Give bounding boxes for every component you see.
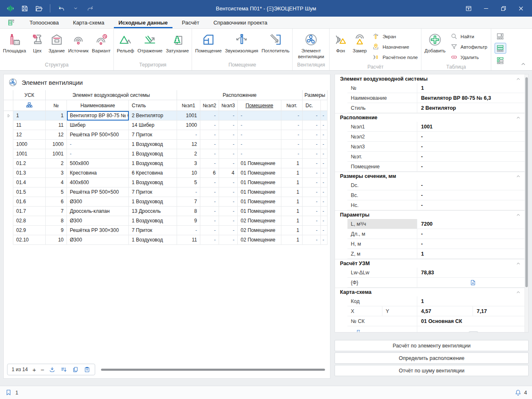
- property-row[interactable]: {Ф}: [335, 278, 528, 288]
- tab-raschet[interactable]: Расчёт: [175, 17, 207, 28]
- view-table-icon[interactable]: [495, 43, 506, 54]
- table-cell[interactable]: -: [200, 121, 219, 130]
- table-cell[interactable]: 1: [46, 111, 67, 121]
- table-cell[interactable]: 02 Помещение: [238, 216, 281, 226]
- table-cell[interactable]: 1000: [46, 140, 67, 149]
- table-cell[interactable]: 5: [46, 187, 67, 197]
- table-cell[interactable]: -: [281, 111, 303, 121]
- table-cell[interactable]: -: [321, 207, 328, 216]
- table-cell[interactable]: -: [200, 226, 219, 235]
- table-cell[interactable]: Дроссель-клапан: [67, 207, 129, 216]
- row-marker[interactable]: [4, 178, 13, 187]
- table-cell[interactable]: 01 Помещение: [238, 178, 281, 187]
- paste-icon[interactable]: [84, 366, 91, 373]
- row-marker[interactable]: [4, 111, 13, 121]
- table-cell[interactable]: -: [219, 130, 238, 140]
- view-windows-icon[interactable]: [495, 31, 506, 42]
- property-row[interactable]: №эл3-: [335, 142, 528, 152]
- table-cell[interactable]: -: [303, 140, 321, 149]
- tab-karta-shema[interactable]: Карта-схема: [66, 17, 111, 28]
- table-cell[interactable]: 3: [177, 159, 200, 168]
- property-row[interactable]: Н, м-: [335, 239, 528, 249]
- vertical-scrollbar-thumb[interactable]: [525, 77, 528, 287]
- table-cell[interactable]: 01 Помещение: [238, 197, 281, 207]
- table-cell[interactable]: 9: [177, 216, 200, 226]
- table-cell[interactable]: -: [200, 235, 219, 245]
- ribbon-button[interactable]: Экран: [369, 31, 420, 42]
- table-cell[interactable]: 1 Воздуховод: [129, 159, 177, 168]
- ribbon-button[interactable]: Звукоизоляция: [223, 30, 260, 53]
- table-cell[interactable]: -: [67, 149, 129, 159]
- bookmark-icon[interactable]: [5, 389, 12, 396]
- table-cell[interactable]: -: [200, 207, 219, 216]
- table-row[interactable]: 01.77Дроссель-клапан13 Дроссель8--01 Пом…: [4, 207, 328, 216]
- collapse-ribbon-button[interactable]: [519, 60, 528, 68]
- table-cell[interactable]: 1000: [177, 121, 200, 130]
- table-cell[interactable]: 1: [281, 235, 303, 245]
- table-cell[interactable]: 8: [46, 216, 67, 226]
- table-cell[interactable]: -: [303, 111, 321, 121]
- property-row[interactable]: Вс.-: [335, 190, 528, 200]
- property-row[interactable]: [335, 326, 528, 332]
- table-row[interactable]: 02.1010Ø3001 Воздуховод11--02 Помещение1…: [4, 235, 328, 245]
- table-cell[interactable]: -: [321, 235, 328, 245]
- table-cell[interactable]: 500x800: [67, 159, 129, 168]
- property-value[interactable]: 7200: [417, 219, 528, 229]
- column-header[interactable]: Помещение: [238, 100, 281, 111]
- table-cell[interactable]: -: [219, 197, 238, 207]
- table-cell[interactable]: -: [281, 140, 303, 149]
- table-cell[interactable]: 1: [281, 226, 303, 235]
- table-cell[interactable]: 12: [177, 140, 200, 149]
- column-header[interactable]: №эт.: [281, 100, 303, 111]
- table-cell[interactable]: 1: [281, 216, 303, 226]
- table-cell[interactable]: -: [303, 178, 321, 187]
- table-cell[interactable]: 1000: [13, 140, 46, 149]
- table-cell[interactable]: -: [303, 121, 321, 130]
- redo-button[interactable]: [84, 2, 96, 15]
- property-value[interactable]: 1001: [417, 122, 528, 132]
- table-cell[interactable]: -: [321, 111, 328, 121]
- ribbon-button[interactable]: Назначение: [369, 42, 420, 52]
- horizontal-scrollbar[interactable]: [101, 368, 325, 371]
- property-section-header[interactable]: Расчёт УЗМ: [335, 259, 528, 268]
- calc-vent-element-button[interactable]: Расчёт по элементу вентиляции: [335, 340, 529, 351]
- table-cell[interactable]: 7 Приток: [129, 187, 177, 197]
- property-section-header[interactable]: Элемент воздуховодной системы: [335, 74, 528, 83]
- close-button[interactable]: [512, 0, 530, 17]
- column-header[interactable]: Наименование: [67, 100, 129, 111]
- table-cell[interactable]: 13 Дроссель: [129, 207, 177, 216]
- table-cell[interactable]: -: [200, 216, 219, 226]
- table-cell[interactable]: 2: [46, 159, 67, 168]
- row-marker[interactable]: [4, 187, 13, 197]
- table-row[interactable]: 1212Решётка РР 500×5007 Приток-------: [4, 130, 328, 140]
- table-cell[interactable]: 01 Помещение: [238, 168, 281, 178]
- table-cell[interactable]: -: [303, 216, 321, 226]
- table-cell[interactable]: 12: [13, 130, 46, 140]
- table-row[interactable]: 01.55Решётка РР 500×5007 Приток---01 Пом…: [4, 187, 328, 197]
- table-cell[interactable]: 02.9: [13, 226, 46, 235]
- property-value[interactable]: 78,83: [417, 268, 528, 278]
- table-cell[interactable]: -: [219, 235, 238, 245]
- table-cell[interactable]: 1 Воздуховод: [129, 178, 177, 187]
- table-cell[interactable]: -: [219, 140, 238, 149]
- table-cell[interactable]: 14 Шибер: [129, 121, 177, 130]
- table-cell[interactable]: 1: [13, 111, 46, 121]
- table-cell[interactable]: -: [200, 111, 219, 121]
- table-cell[interactable]: 5: [177, 178, 200, 187]
- table-row[interactable]: 02.88Ø3001 Воздуховод9--02 Помещение1--: [4, 216, 328, 226]
- tab-topoosnova[interactable]: Топооснова: [22, 17, 66, 28]
- table-cell[interactable]: 1: [281, 207, 303, 216]
- table-cell[interactable]: -: [219, 178, 238, 187]
- table-cell[interactable]: Ø300: [67, 216, 129, 226]
- row-marker[interactable]: [4, 149, 13, 159]
- property-row[interactable]: № СК01 Основная СК: [335, 316, 528, 326]
- table-cell[interactable]: 11: [46, 121, 67, 130]
- table-cell[interactable]: 2 Вентилятор: [129, 111, 177, 121]
- table-cell[interactable]: -: [303, 235, 321, 245]
- table-cell[interactable]: -: [281, 130, 303, 140]
- table-cell[interactable]: 01.3: [13, 168, 46, 178]
- ribbon-button[interactable]: Затухание: [164, 30, 190, 53]
- table-cell[interactable]: -: [200, 178, 219, 187]
- table-cell[interactable]: 7 Приток: [129, 226, 177, 235]
- table-cell[interactable]: 400x600: [67, 178, 129, 187]
